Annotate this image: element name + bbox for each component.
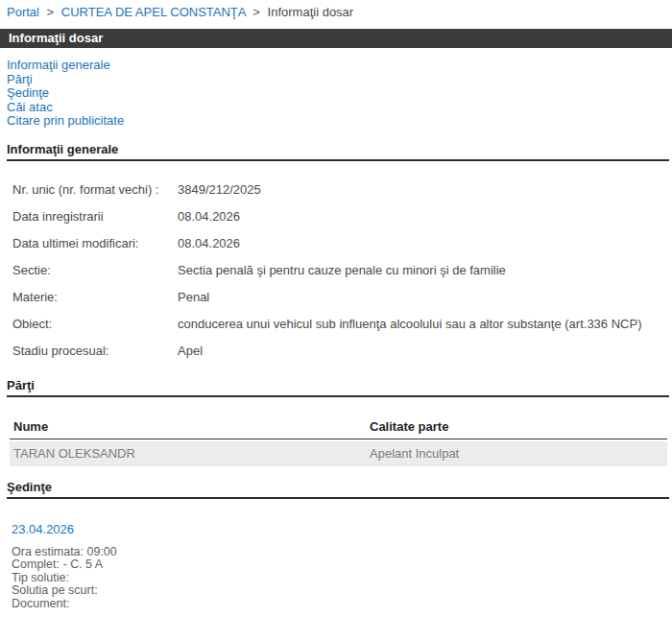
hearing-date-link[interactable]: 23.04.2026	[12, 522, 74, 536]
party-name: TARAN OLEKSANDR	[13, 446, 370, 461]
info-value: 08.04.2026	[178, 209, 672, 224]
hearing-document: Document:	[12, 598, 672, 610]
info-label: Stadiu procesual:	[12, 344, 178, 358]
info-row-data-ultimei-modificari: Data ultimei modificari: 08.04.2026	[12, 230, 672, 257]
nav-link-citare-prin-publicitate[interactable]: Citare prin publicitate	[7, 114, 672, 129]
parties-table: Nume Calitate parte TARAN OLEKSANDR Apel…	[10, 416, 667, 466]
info-row-obiect: Obiect: conducerea unui vehicul sub infl…	[12, 311, 672, 338]
table-row: TARAN OLEKSANDR Apelant Inculpat	[10, 441, 667, 466]
info-row-nr-unic: Nr. unic (nr. format vechi) : 3849/212/2…	[12, 177, 672, 203]
info-row-sectie: Sectie: Sectia penală şi pentru cauze pe…	[12, 257, 672, 284]
info-label: Nr. unic (nr. format vechi) :	[12, 182, 178, 197]
column-header-nume: Nume	[13, 419, 370, 434]
breadcrumb-link-portal[interactable]: Portal	[7, 5, 39, 19]
info-value: Sectia penală şi pentru cauze penale cu …	[178, 263, 672, 277]
nav-link-parti[interactable]: Părţi	[7, 73, 672, 87]
party-role: Apelant Inculpat	[370, 446, 667, 461]
hearing-panel: Complet: - C. 5 A	[12, 558, 672, 571]
info-row-data-inregistrarii: Data inregistrarii 08.04.2026	[12, 203, 672, 230]
info-row-materie: Materie: Penal	[12, 284, 672, 311]
info-label: Sectie:	[12, 263, 178, 277]
hearing-solution-summary: Solutia pe scurt:	[12, 584, 672, 597]
info-value: 3849/212/2025	[178, 182, 672, 197]
quick-nav: Informaţii generale Părţi Şedinţe Căi at…	[7, 59, 672, 129]
section-heading-informatii-generale: Informaţii generale	[7, 142, 669, 161]
info-label: Obiect:	[12, 317, 178, 331]
parties-table-header: Nume Calitate parte	[10, 416, 667, 439]
nav-link-informatii-generale[interactable]: Informaţii generale	[7, 59, 672, 73]
section-heading-parti: Părţi	[7, 378, 669, 397]
info-value: 08.04.2026	[178, 236, 672, 250]
general-info-table: Nr. unic (nr. format vechi) : 3849/212/2…	[12, 177, 672, 365]
info-value: conducerea unui vehicul sub influenţa al…	[178, 317, 672, 331]
page-title: Informaţii dosar	[9, 31, 103, 45]
section-heading-sedinte: Şedinţe	[7, 480, 669, 499]
nav-link-sedinte[interactable]: Şedinţe	[7, 86, 672, 101]
hearing-estimated-time: Ora estimata: 09:00	[12, 546, 672, 558]
column-header-calitate-parte: Calitate parte	[370, 419, 667, 434]
hearing-solution-type: Tip solutie:	[12, 572, 672, 584]
breadcrumb-link-court[interactable]: CURTEA DE APEL CONSTANŢA	[61, 5, 246, 19]
breadcrumb-separator: >	[252, 5, 260, 19]
info-label: Materie:	[12, 290, 178, 304]
info-label: Data inregistrarii	[12, 209, 178, 224]
breadcrumb: Portal > CURTEA DE APEL CONSTANŢA > Info…	[0, 0, 672, 19]
hearing-details: Ora estimata: 09:00 Complet: - C. 5 A Ti…	[12, 546, 672, 610]
nav-link-cai-atac[interactable]: Căi atac	[7, 101, 672, 115]
info-value: Apel	[178, 344, 672, 358]
page-title-bar: Informaţii dosar	[0, 29, 672, 48]
info-value: Penal	[178, 290, 672, 304]
info-row-stadiu-procesual: Stadiu procesual: Apel	[12, 338, 672, 365]
breadcrumb-current-page: Informaţii dosar	[268, 5, 354, 19]
breadcrumb-separator: >	[47, 5, 55, 19]
info-label: Data ultimei modificari:	[12, 236, 178, 250]
